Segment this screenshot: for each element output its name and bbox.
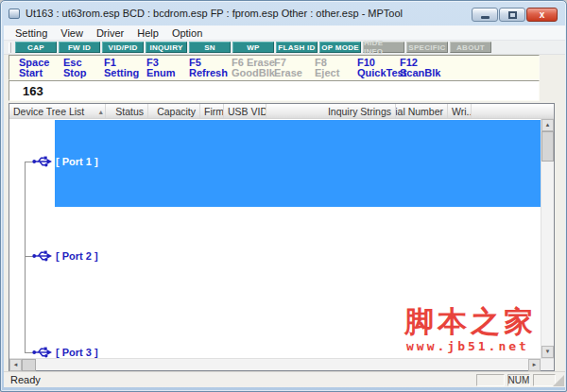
client-area: SettingViewDriverHelpOption CAPFW IDVID/…: [4, 26, 565, 387]
minimize-icon: [481, 16, 490, 19]
fkey-action: Stop: [63, 68, 86, 78]
fkey-action: Enum: [146, 68, 176, 78]
toolbar-button-wp[interactable]: WP: [232, 42, 274, 53]
minimize-button[interactable]: [472, 8, 498, 22]
app-window: Ut163 : ut63rom.esp BCD : bcdrom.esp FP …: [0, 0, 567, 392]
toolbar-button-hide-info[interactable]: HIDE INFO: [363, 42, 404, 53]
maximize-button[interactable]: [499, 8, 525, 22]
watermark-text: 脚本之家: [404, 302, 537, 342]
tree-item-port-2[interactable]: [ Port 2 ]: [32, 249, 98, 263]
fkey-stop[interactable]: EscStop: [63, 58, 86, 78]
fkey-action: Start: [19, 68, 49, 78]
toolbar-button-vid-pid[interactable]: VID/PID: [102, 42, 144, 53]
scrollbar-corner: [541, 358, 554, 370]
fkey-action: Refresh: [189, 68, 228, 78]
column-header-wri-[interactable]: Wri...: [448, 104, 472, 118]
tree-line-vertical: [25, 162, 26, 352]
scroll-down-icon[interactable]: ▼: [541, 346, 554, 358]
function-key-panel: SpaceStartEscStopF1SettingF3EnumF5Refres…: [9, 55, 540, 80]
toolbar-grip[interactable]: [9, 43, 11, 53]
tree-item-port-3[interactable]: [ Port 3 ]: [32, 346, 98, 358]
table-header-row: Device Tree List▲StatusCapacityFirm...US…: [9, 104, 554, 119]
column-header-inquiry-strings[interactable]: Inquiry Strings: [266, 104, 396, 118]
port-label: [ Port 1 ]: [56, 156, 98, 167]
toolbar-button-specific[interactable]: SPECIFIC: [406, 42, 448, 53]
fkey-eject[interactable]: F8Eject: [315, 58, 339, 78]
horizontal-scrollbar[interactable]: ◄ ►: [9, 358, 541, 370]
usb-icon: [32, 249, 52, 263]
menu-item-setting[interactable]: Setting: [9, 26, 54, 40]
toolbar: CAPFW IDVID/PIDINQUIRYSNWPFLASH IDOP MOD…: [4, 41, 565, 55]
fkey-enum[interactable]: F3Enum: [146, 58, 176, 78]
status-message: Ready: [10, 374, 476, 385]
fkey-erase[interactable]: F7Erase: [274, 58, 302, 78]
fkey-goodblk[interactable]: F6 EraseGoodBlk: [232, 58, 275, 78]
device-tree-viewport[interactable]: 脚本之家 www.jb51.net [ Port 1 ][ Port 2 ][ …: [9, 119, 541, 358]
maximize-icon: [508, 11, 517, 19]
menu-item-driver[interactable]: Driver: [90, 26, 130, 40]
app-icon: [9, 9, 20, 19]
fkey-action: GoodBlk: [232, 68, 275, 78]
vertical-scroll-track[interactable]: [541, 162, 554, 346]
title-bar[interactable]: Ut163 : ut63rom.esp BCD : bcdrom.esp FP …: [1, 1, 566, 26]
resize-grip-icon[interactable]: [553, 375, 564, 386]
fkey-setting[interactable]: F1Setting: [104, 58, 139, 78]
device-counter-panel: 163: [9, 80, 540, 101]
sort-asc-icon: ▲: [97, 109, 104, 115]
toolbar-button-sn[interactable]: SN: [189, 42, 231, 53]
horizontal-scroll-track[interactable]: [36, 359, 528, 370]
menu-item-view[interactable]: View: [54, 26, 90, 40]
window-title: Ut163 : ut63rom.esp BCD : bcdrom.esp FP …: [26, 8, 403, 19]
selected-row-highlight[interactable]: [55, 120, 541, 207]
port-label: [ Port 2 ]: [56, 250, 98, 262]
column-header-usb-vid-[interactable]: USB VID...: [224, 104, 266, 118]
device-list-control: Device Tree List▲StatusCapacityFirm...US…: [9, 103, 555, 371]
status-panel-blank-1: [476, 374, 505, 386]
vertical-scrollbar[interactable]: ▲ ▼: [541, 119, 554, 358]
vertical-scroll-thumb[interactable]: [541, 131, 554, 162]
fkey-refresh[interactable]: F5Refresh: [189, 58, 228, 78]
toolbar-button-inquiry[interactable]: INQUIRY: [146, 42, 187, 53]
scroll-right-icon[interactable]: ►: [528, 359, 541, 371]
column-header-serial-number[interactable]: Serial Number: [396, 104, 448, 118]
menu-item-help[interactable]: Help: [130, 26, 165, 40]
column-header-capacity[interactable]: Capacity: [148, 104, 200, 118]
scroll-left-icon[interactable]: ◄: [9, 359, 22, 371]
device-counter: 163: [23, 84, 43, 98]
toolbar-button-about[interactable]: ABOUT: [450, 42, 491, 53]
watermark-url: www.jb51.net: [406, 339, 529, 353]
port-label: [ Port 3 ]: [56, 347, 98, 358]
toolbar-button-cap[interactable]: CAP: [15, 42, 57, 53]
fkey-action: ScanBlk: [400, 68, 440, 78]
close-icon: x: [540, 9, 545, 20]
toolbar-button-fw-id[interactable]: FW ID: [59, 42, 100, 53]
fkey-start[interactable]: SpaceStart: [19, 58, 49, 78]
fkey-scanblk[interactable]: F12ScanBlk: [400, 58, 440, 78]
toolbar-button-flash-id[interactable]: FLASH ID: [276, 42, 318, 53]
usb-icon: [32, 346, 52, 358]
usb-icon: [32, 155, 52, 168]
column-header-filler: [472, 104, 554, 118]
fkey-action: Setting: [104, 68, 139, 78]
column-header-firm-[interactable]: Firm...: [200, 104, 224, 118]
status-bar: Ready NUM: [4, 371, 565, 387]
scroll-up-icon[interactable]: ▲: [541, 119, 554, 131]
column-header-device-tree-list[interactable]: Device Tree List▲: [9, 104, 106, 118]
fkey-action: Eject: [315, 68, 339, 78]
column-header-status[interactable]: Status: [106, 104, 148, 118]
tree-item-port-1[interactable]: [ Port 1 ]: [32, 155, 98, 168]
menu-bar: SettingViewDriverHelpOption: [4, 26, 565, 41]
fkey-action: Erase: [274, 68, 302, 78]
horizontal-scroll-thumb[interactable]: [22, 359, 36, 371]
close-button[interactable]: x: [526, 8, 558, 22]
menu-item-option[interactable]: Option: [165, 26, 209, 40]
toolbar-button-op-mode[interactable]: OP MODE: [319, 42, 361, 53]
num-lock-indicator: NUM: [507, 374, 530, 386]
